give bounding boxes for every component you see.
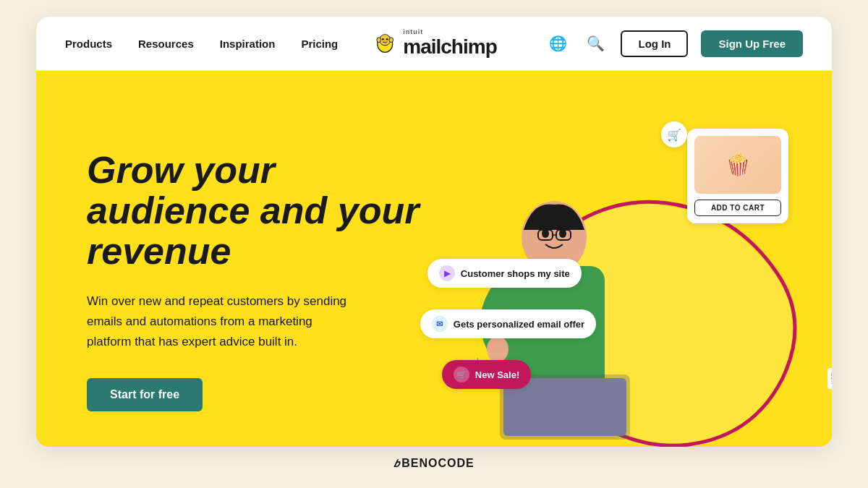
play-icon: ▶ (439, 265, 455, 281)
flow-card-sale: 🛒 New Sale! (442, 360, 531, 389)
hero-title: Grow your audience and your revenue (87, 150, 420, 271)
cart-sale-icon: 🛒 (454, 367, 469, 382)
navbar-right: 🌐 🔍 Log In Sign Up Free (545, 30, 803, 57)
mailchimp-icon (371, 30, 399, 57)
flow-card-shop: ▶ Customer shops my site (427, 259, 582, 288)
search-icon[interactable]: 🔍 (583, 31, 608, 56)
svg-point-4 (382, 38, 384, 40)
globe-icon[interactable]: 🌐 (545, 31, 570, 56)
watermark: 𝘣BENOCODE (393, 447, 474, 471)
svg-point-2 (377, 38, 381, 43)
navbar: Products Resources Inspiration Pricing (36, 17, 832, 71)
watermark-label: BENOCODE (401, 457, 474, 469)
nav-products[interactable]: Products (65, 33, 112, 54)
login-button[interactable]: Log In (621, 30, 688, 57)
svg-point-14 (487, 336, 509, 362)
nav-inspiration[interactable]: Inspiration (220, 33, 276, 54)
hero-content: Grow your audience and your revenue Win … (87, 150, 420, 412)
product-image: 🍿 (694, 136, 781, 194)
nav-pricing[interactable]: Pricing (301, 33, 338, 54)
hero-illustration: 🍿 ADD TO CART 🛒 ▶ Customer shops my site… (420, 114, 781, 447)
mail-icon: ✉ (432, 316, 448, 332)
logo-text: intuit mailchimp (403, 28, 496, 59)
add-to-cart-button[interactable]: ADD TO CART (694, 200, 781, 216)
nav-resources[interactable]: Resources (138, 33, 194, 54)
flow-card-email: ✉ Gets personalized email offer (420, 309, 596, 338)
page-wrapper: Products Resources Inspiration Pricing (36, 17, 832, 447)
signup-button[interactable]: Sign Up Free (701, 30, 803, 57)
ack-tag: ack (827, 368, 832, 389)
logo[interactable]: intuit mailchimp (371, 28, 496, 59)
navbar-left: Products Resources Inspiration Pricing (65, 33, 338, 54)
hero-section: Grow your audience and your revenue Win … (36, 71, 832, 447)
svg-point-3 (389, 38, 393, 43)
cart-icon[interactable]: 🛒 (661, 121, 687, 147)
hero-cta-button[interactable]: Start for free (87, 378, 203, 411)
svg-point-6 (384, 40, 386, 42)
hero-subtitle: Win over new and repeat customers by sen… (87, 291, 354, 352)
svg-point-5 (386, 38, 388, 40)
product-card: 🍿 ADD TO CART (687, 129, 788, 223)
